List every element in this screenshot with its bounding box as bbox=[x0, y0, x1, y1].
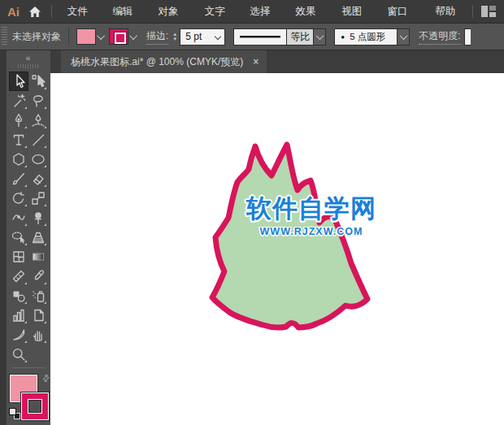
menu-item-效果[interactable]: 效果(C) bbox=[287, 0, 333, 23]
workspace-switcher-icon[interactable] bbox=[481, 6, 496, 17]
direct-selection-tool[interactable] bbox=[28, 72, 48, 91]
collapse-panel-icon[interactable]: « bbox=[7, 50, 50, 62]
scale-tool[interactable] bbox=[28, 189, 48, 208]
blend-tool[interactable] bbox=[9, 286, 28, 306]
paintbrush-tool[interactable] bbox=[9, 169, 28, 189]
menu-item-文字[interactable]: 文字(T) bbox=[196, 0, 241, 23]
app-logo[interactable]: Ai bbox=[0, 5, 26, 19]
lasso-tool[interactable] bbox=[28, 91, 48, 111]
mesh-tool[interactable] bbox=[9, 247, 28, 267]
stroke-swatch-hole bbox=[28, 400, 41, 413]
curvature-tool[interactable] bbox=[28, 111, 48, 130]
pen-tool[interactable] bbox=[9, 111, 28, 130]
selection-tool[interactable] bbox=[9, 72, 28, 91]
stroke-width-input[interactable]: 5 pt bbox=[180, 28, 225, 46]
chevron-down-icon[interactable] bbox=[97, 32, 105, 40]
eraser-tool[interactable] bbox=[28, 169, 48, 189]
type-tool[interactable] bbox=[9, 130, 28, 150]
column-graph-tool[interactable] bbox=[9, 306, 28, 325]
polygon-tool[interactable] bbox=[9, 150, 28, 169]
stroke-swatch[interactable] bbox=[20, 392, 50, 421]
measure-tool[interactable] bbox=[9, 267, 28, 286]
menubar-divider bbox=[472, 5, 473, 18]
fill-color-swatch[interactable] bbox=[76, 28, 96, 45]
selection-status-label: 未选择对象 bbox=[12, 30, 61, 44]
stroke-width-value: 5 pt bbox=[185, 31, 202, 42]
symbol-sprayer-tool[interactable] bbox=[28, 286, 48, 306]
tools-panel: « ⇄ bbox=[7, 50, 50, 425]
width-profile-label: 等比 bbox=[287, 28, 314, 46]
swap-fill-stroke-icon[interactable]: ⇄ bbox=[40, 372, 53, 385]
eyedropper-tool[interactable] bbox=[28, 267, 48, 286]
default-fill-stroke-icon[interactable] bbox=[9, 408, 20, 419]
divider bbox=[68, 28, 69, 46]
menubar-divider bbox=[51, 5, 52, 18]
fill-stroke-swatches: ⇄ bbox=[7, 372, 50, 425]
home-icon[interactable] bbox=[26, 2, 45, 20]
document-title: 杨桃水果图标.ai* @ 100% (CMYK/预览) bbox=[71, 55, 243, 69]
puppet-warp-tool[interactable] bbox=[28, 208, 48, 228]
perspective-selection-tool[interactable] bbox=[9, 228, 28, 247]
magic-wand-tool[interactable] bbox=[9, 91, 28, 111]
menu-item-帮助[interactable]: 帮助(H) bbox=[426, 0, 472, 23]
close-icon[interactable]: × bbox=[253, 56, 259, 67]
watermark-title: 软件自学网 bbox=[234, 193, 389, 225]
stroke-label[interactable]: 描边: bbox=[146, 29, 168, 45]
slice-tool[interactable] bbox=[9, 325, 28, 345]
opacity-label[interactable]: 不透明度: bbox=[419, 29, 460, 45]
menu-item-对象[interactable]: 对象(O) bbox=[150, 0, 196, 23]
ellipse-tool[interactable] bbox=[28, 150, 48, 169]
chevron-down-icon bbox=[215, 33, 221, 40]
menu-item-编辑[interactable]: 编辑(E) bbox=[103, 0, 149, 23]
menu-bar: Ai 文件(F)编辑(E)对象(O)文字(T)选择(S)效果(C)视图(V)窗口… bbox=[0, 0, 504, 23]
brush-dropdown[interactable]: ● 5 点圆形 bbox=[334, 28, 410, 46]
chevron-down-icon[interactable] bbox=[129, 32, 137, 40]
document-tab-bar: 杨桃水果图标.ai* @ 100% (CMYK/预览) × bbox=[50, 50, 504, 73]
width-profile-dropdown[interactable]: 等比 bbox=[233, 28, 326, 46]
chevron-down-icon bbox=[314, 28, 326, 46]
menu-item-选择[interactable]: 选择(S) bbox=[241, 0, 286, 23]
menu-item-视图[interactable]: 视图(V) bbox=[332, 0, 378, 23]
chevron-down-icon bbox=[398, 28, 410, 46]
dock-edge bbox=[0, 50, 7, 425]
brush-value: 5 点圆形 bbox=[350, 31, 385, 43]
opacity-input[interactable] bbox=[464, 28, 471, 46]
menu-item-文件[interactable]: 文件(F) bbox=[59, 0, 104, 23]
fruit-shape[interactable] bbox=[206, 140, 379, 336]
panel-grip[interactable] bbox=[18, 64, 39, 68]
menu-items: 文件(F)编辑(E)对象(O)文字(T)选择(S)效果(C)视图(V)窗口(W)… bbox=[59, 0, 472, 23]
hand-tool[interactable] bbox=[28, 325, 48, 345]
watermark-url: WWW.RJZXW.COM bbox=[234, 226, 389, 237]
line-segment-tool[interactable] bbox=[28, 130, 48, 150]
gradient-tool[interactable] bbox=[28, 247, 48, 267]
document-tab[interactable]: 杨桃水果图标.ai* @ 100% (CMYK/预览) × bbox=[61, 50, 267, 73]
stroke-color-swatch[interactable] bbox=[109, 28, 128, 45]
panel-grip[interactable] bbox=[2, 27, 7, 46]
menu-item-窗口[interactable]: 窗口(W) bbox=[378, 0, 426, 23]
divider bbox=[12, 367, 45, 368]
control-bar: 未选择对象 描边: ▲▼ 5 pt 等比 ● 5 点圆形 不透明度: bbox=[0, 23, 504, 50]
tools-grid bbox=[7, 72, 50, 364]
watermark: 软件自学网 WWW.RJZXW.COM bbox=[234, 193, 389, 237]
artboard-tool[interactable] bbox=[28, 306, 48, 325]
rotate-tool[interactable] bbox=[9, 189, 28, 208]
width-profile-preview bbox=[233, 28, 287, 46]
stroke-width-stepper[interactable]: ▲▼ bbox=[172, 32, 177, 41]
stroke-profile-line-icon bbox=[239, 34, 281, 39]
zoom-tool[interactable] bbox=[9, 345, 28, 364]
perspective-grid-tool[interactable] bbox=[28, 228, 48, 247]
width-tool[interactable] bbox=[9, 208, 28, 228]
brush-value-box: ● 5 点圆形 bbox=[334, 28, 398, 46]
brush-dot-icon: ● bbox=[341, 33, 345, 41]
